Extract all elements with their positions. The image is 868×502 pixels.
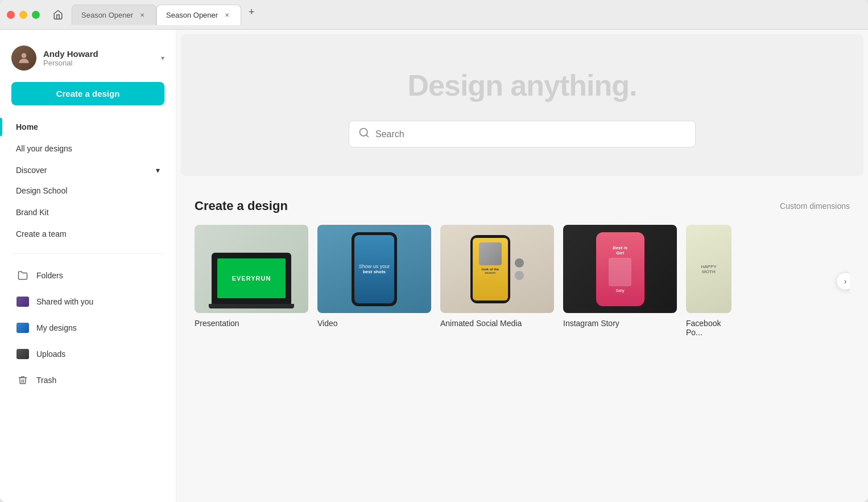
hero-title: Design anything. bbox=[408, 68, 637, 102]
animated-phone-mockup: look of the season bbox=[470, 235, 510, 303]
sidebar-divider bbox=[11, 253, 164, 254]
card-animated-social[interactable]: look of the season Animated Soci bbox=[440, 225, 554, 337]
my-designs-label: My designs bbox=[36, 323, 77, 332]
card-presentation[interactable]: EVERYRUN Presentation bbox=[195, 225, 308, 337]
card-facebook-image: HAPPY MOTH bbox=[686, 225, 731, 313]
app-window: Season Opener ✕ Season Opener ✕ + bbox=[0, 0, 868, 502]
new-tab-button[interactable]: + bbox=[243, 5, 259, 20]
card-instagram-story[interactable]: Best is Girl Sally Instagram Story bbox=[563, 225, 677, 337]
card-instagram-image: Best is Girl Sally bbox=[563, 225, 677, 313]
sidebar-item-discover[interactable]: Discover ▾ bbox=[11, 160, 164, 180]
tab-2[interactable]: Season Opener ✕ bbox=[156, 5, 241, 25]
instagram-phone-mockup: Best is Girl Sally bbox=[596, 232, 644, 306]
card-presentation-image: EVERYRUN bbox=[195, 225, 308, 313]
discover-chevron: ▾ bbox=[156, 166, 160, 175]
card-animated-image: look of the season bbox=[440, 225, 554, 313]
trash-label: Trash bbox=[36, 376, 56, 385]
app-body: Andy Howard Personal ▾ Create a design H… bbox=[0, 30, 868, 502]
svg-point-0 bbox=[22, 53, 27, 58]
user-plan: Personal bbox=[43, 59, 154, 67]
sidebar-item-all-designs[interactable]: All your designs bbox=[11, 138, 164, 159]
card-video-image: Show us your best shots bbox=[317, 225, 431, 313]
card-presentation-label: Presentation bbox=[195, 319, 308, 328]
folders-label: Folders bbox=[36, 271, 63, 280]
uploads-icon bbox=[16, 347, 30, 361]
user-name: Andy Howard bbox=[43, 49, 154, 59]
section-title: Create a design bbox=[195, 199, 288, 213]
search-bar bbox=[349, 121, 696, 147]
my-designs-icon bbox=[16, 321, 30, 335]
sidebar-item-folders[interactable]: Folders bbox=[11, 263, 164, 288]
card-video[interactable]: Show us your best shots Video bbox=[317, 225, 431, 337]
main-content: Design anything. Create a design Custom … bbox=[176, 30, 868, 502]
sidebar-item-uploads[interactable]: Uploads bbox=[11, 341, 164, 367]
sidebar-item-create-team[interactable]: Create a team bbox=[11, 224, 164, 244]
tab-2-close[interactable]: ✕ bbox=[222, 10, 232, 19]
avatar bbox=[11, 46, 36, 71]
maximize-button[interactable] bbox=[32, 11, 40, 19]
create-team-label: Create a team bbox=[16, 229, 67, 238]
video-phone-mockup: Show us your best shots bbox=[352, 232, 397, 306]
sidebar-item-my-designs[interactable]: My designs bbox=[11, 315, 164, 340]
tab-1-close[interactable]: ✕ bbox=[138, 10, 147, 19]
sidebar-item-brand-kit[interactable]: Brand Kit bbox=[11, 202, 164, 223]
home-label: Home bbox=[16, 122, 38, 131]
titlebar: Season Opener ✕ Season Opener ✕ + bbox=[0, 0, 868, 30]
card-video-label: Video bbox=[317, 319, 431, 328]
card-facebook-label: Facebook Po... bbox=[686, 319, 731, 337]
sidebar-item-home[interactable]: Home bbox=[11, 117, 164, 137]
brand-kit-label: Brand Kit bbox=[16, 208, 49, 217]
user-profile[interactable]: Andy Howard Personal ▾ bbox=[11, 41, 164, 82]
minimize-button[interactable] bbox=[19, 11, 27, 19]
create-design-section: Create a design Custom dimensions EVERYR… bbox=[176, 180, 868, 337]
user-info: Andy Howard Personal bbox=[43, 49, 154, 67]
trash-icon bbox=[16, 373, 30, 387]
design-school-label: Design School bbox=[16, 186, 67, 195]
home-tab-icon[interactable] bbox=[49, 6, 67, 24]
card-instagram-label: Instagram Story bbox=[563, 319, 677, 328]
shared-icon bbox=[16, 295, 30, 308]
card-animated-label: Animated Social Media bbox=[440, 319, 554, 328]
search-icon bbox=[358, 127, 370, 141]
svg-line-2 bbox=[366, 135, 369, 137]
search-input[interactable] bbox=[375, 129, 686, 139]
all-designs-label: All your designs bbox=[16, 144, 72, 153]
video-phone-screen: Show us your best shots bbox=[354, 235, 394, 303]
uploads-label: Uploads bbox=[36, 349, 65, 359]
section-header: Create a design Custom dimensions bbox=[195, 199, 850, 213]
sidebar-item-shared[interactable]: Shared with you bbox=[11, 289, 164, 314]
sidebar-item-trash[interactable]: Trash bbox=[11, 368, 164, 393]
discover-label: Discover bbox=[16, 166, 47, 175]
presentation-screen-text: EVERYRUN bbox=[232, 275, 271, 282]
custom-dimensions-link[interactable]: Custom dimensions bbox=[780, 201, 850, 211]
sidebar-item-design-school[interactable]: Design School bbox=[11, 180, 164, 201]
tab-bar: Season Opener ✕ Season Opener ✕ + bbox=[72, 5, 259, 25]
hero-section: Design anything. bbox=[181, 34, 863, 176]
card-facebook-post[interactable]: HAPPY MOTH Facebook Po... bbox=[686, 225, 731, 337]
tab-1[interactable]: Season Opener ✕ bbox=[72, 5, 156, 25]
tab-2-label: Season Opener bbox=[166, 11, 218, 19]
user-dropdown-chevron: ▾ bbox=[161, 54, 164, 62]
tab-1-label: Season Opener bbox=[81, 11, 133, 19]
traffic-lights bbox=[7, 11, 40, 19]
carousel-next-button[interactable]: › bbox=[836, 272, 850, 290]
shared-label: Shared with you bbox=[36, 297, 93, 306]
sidebar: Andy Howard Personal ▾ Create a design H… bbox=[0, 30, 176, 502]
folder-icon bbox=[16, 269, 30, 282]
close-button[interactable] bbox=[7, 11, 15, 19]
design-type-cards: EVERYRUN Presentation bbox=[195, 225, 850, 337]
create-design-button[interactable]: Create a design bbox=[11, 82, 164, 105]
